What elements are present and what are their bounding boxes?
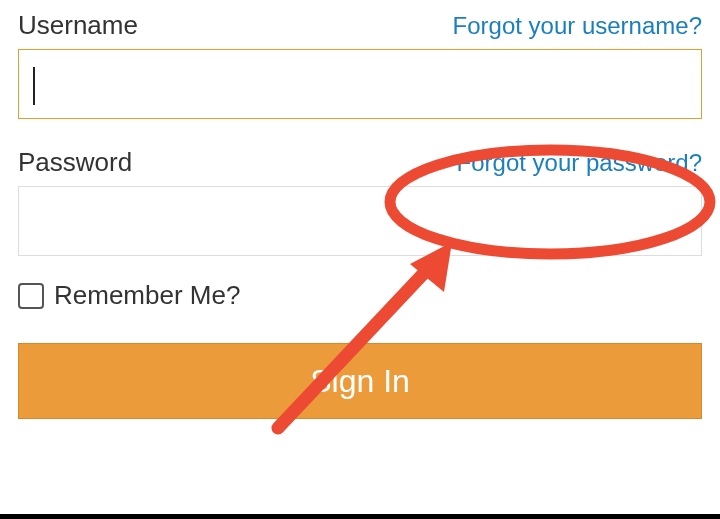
forgot-password-link[interactable]: Forgot your password? [457,149,702,177]
username-input[interactable] [18,49,702,119]
sign-in-label: Sign In [310,363,410,400]
remember-me-row: Remember Me? [18,280,702,311]
username-label: Username [18,10,138,41]
username-header: Username Forgot your username? [18,10,702,41]
remember-me-checkbox[interactable] [18,283,44,309]
username-section: Username Forgot your username? [18,10,702,119]
remember-me-label: Remember Me? [54,280,240,311]
sign-in-button[interactable]: Sign In [18,343,702,419]
password-section: Password Forgot your password? [18,147,702,256]
forgot-username-link[interactable]: Forgot your username? [453,12,702,40]
bottom-border [0,514,720,519]
password-input[interactable] [18,186,702,256]
text-cursor-icon [33,67,35,105]
password-label: Password [18,147,132,178]
password-header: Password Forgot your password? [18,147,702,178]
